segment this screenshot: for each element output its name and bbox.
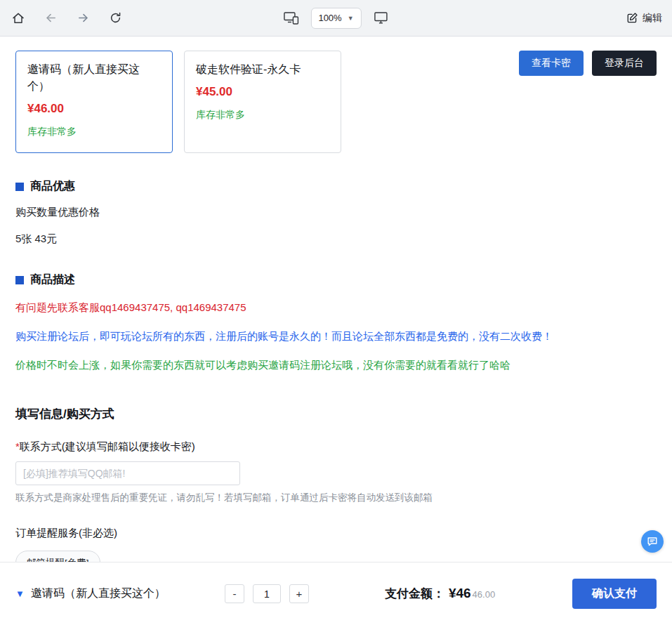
main-content: 邀请码（新人直接买这个） ¥46.00 库存非常多 破走软件验证-永久卡 ¥45… [0,51,672,576]
selected-product-toggle[interactable]: ▼ 邀请码（新人直接买这个） [15,586,166,601]
product-card-list: 邀请码（新人直接买这个） ¥46.00 库存非常多 破走软件验证-永久卡 ¥45… [15,51,341,153]
pay-amount-group: 支付金额： ¥46 46.00 [385,586,495,602]
product-price: ¥45.00 [196,85,329,99]
promo-line-2: 5张 43元 [15,231,657,247]
section-bullet-icon [15,183,24,191]
desktop-monitor-icon [374,11,388,25]
promo-line-1: 购买数量优惠价格 [15,204,657,221]
zoom-select[interactable]: 100% ▼ [310,8,361,29]
refresh-icon [109,11,122,25]
toolbar-preview-group: 100% ▼ [282,0,389,36]
contact-field-label: *联系方式(建议填写邮箱以便接收卡密) [15,440,657,454]
toolbar-nav-group [10,10,124,27]
product-price: ¥46.00 [27,102,161,116]
pay-amount-decimal: 46.00 [473,589,496,600]
description-contact-line: 有问题先联系客服qq1469437475, qq1469437475 [15,299,657,316]
home-icon [11,11,25,25]
desktop-view-button[interactable] [373,10,390,27]
zoom-value: 100% [318,13,341,23]
pay-amount-label: 支付金额： [385,586,444,602]
forward-arrow-icon [77,11,90,25]
reminder-section-label: 订单提醒服务(非必选) [15,527,657,540]
quantity-minus-button[interactable]: - [225,584,244,603]
contact-input[interactable] [15,461,240,485]
responsive-devices-icon [283,11,298,25]
edit-button[interactable]: 编辑 [626,12,662,25]
description-price-line: 价格时不时会上涨，如果你需要的东西就可以考虑购买邀请码注册论坛哦，没有你需要的就… [15,357,657,374]
chat-bubble-icon [647,536,658,547]
contact-help-text: 联系方式是商家处理售后的重要凭证，请勿乱写！若填写邮箱，订单通过后卡密将自动发送… [15,492,657,504]
forward-button[interactable] [74,10,91,27]
form-section-title: 填写信息/购买方式 [15,406,657,422]
top-toolbar: 100% ▼ 编辑 [0,0,672,37]
checkout-bar: ▼ 邀请码（新人直接买这个） - + 支付金额： ¥46 46.00 确认支付 [0,562,672,625]
chevron-down-icon: ▼ [348,15,354,22]
section-bullet-icon [15,276,24,284]
responsive-view-button[interactable] [282,10,299,27]
edit-label: 编辑 [643,12,662,25]
promo-section-heading: 商品优惠 [15,179,657,194]
confirm-pay-button[interactable]: 确认支付 [572,579,657,609]
product-card-invite-code[interactable]: 邀请码（新人直接买这个） ¥46.00 库存非常多 [15,51,173,153]
view-card-secret-button[interactable]: 查看卡密 [519,51,584,76]
quantity-input[interactable] [253,584,281,603]
refresh-button[interactable] [107,10,124,27]
login-backend-button[interactable]: 登录后台 [592,51,657,76]
description-info-line: 购买注册论坛后，即可玩论坛所有的东西，注册后的账号是永久的！而且论坛全部东西都是… [15,328,657,345]
quantity-stepper: - + [225,584,309,603]
selected-product-name: 邀请码（新人直接买这个） [31,586,166,601]
triangle-down-icon: ▼ [15,588,25,599]
edit-pencil-icon [626,12,638,24]
product-name: 邀请码（新人直接买这个） [27,61,161,95]
back-arrow-icon [44,11,58,25]
product-stock: 库存非常多 [27,126,161,138]
product-name: 破走软件验证-永久卡 [196,61,329,78]
quantity-plus-button[interactable]: + [289,584,309,603]
description-title: 商品描述 [30,272,75,287]
back-button[interactable] [42,10,59,27]
product-stock: 库存非常多 [196,109,329,121]
home-button[interactable] [10,10,27,27]
header-actions: 查看卡密 登录后台 [519,51,657,76]
description-section-heading: 商品描述 [15,272,657,287]
promo-title: 商品优惠 [30,179,75,194]
pay-amount-value: ¥46 [449,586,471,601]
customer-service-button[interactable] [641,530,664,553]
product-card-software-verify[interactable]: 破走软件验证-永久卡 ¥45.00 库存非常多 [184,51,341,153]
